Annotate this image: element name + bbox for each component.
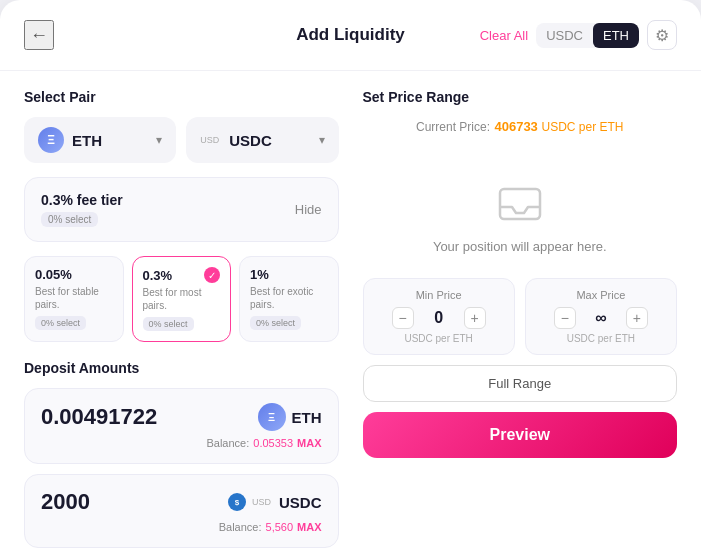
eth-icon-small: Ξ	[258, 403, 286, 431]
usdc-balance-value: 5,560	[266, 521, 294, 533]
fee-option-005[interactable]: 0.05% Best for stable pairs. 0% select	[24, 256, 124, 342]
eth-balance-row: Balance: 0.05353 MAX	[41, 437, 322, 449]
left-column: Select Pair Ξ ETH ▾ USD USDC ▾	[24, 89, 339, 550]
right-column: Set Price Range Current Price: 406733 US…	[363, 89, 678, 550]
usdc-icon-small: $	[228, 493, 246, 511]
eth-deposit-box: 0.00491722 Ξ ETH Balance: 0.05353 MAX	[24, 388, 339, 464]
min-price-controls: − 0 +	[376, 307, 502, 329]
max-price-controls: − ∞ +	[538, 307, 664, 329]
max-price-decrease-button[interactable]: −	[554, 307, 576, 329]
eth-icon: Ξ	[38, 127, 64, 153]
token-pill: USDC ETH	[536, 23, 639, 48]
eth-token-select[interactable]: Ξ ETH ▾	[24, 117, 176, 163]
min-price-unit: USDC per ETH	[376, 333, 502, 344]
fee-pct-005: 0.05%	[35, 267, 72, 282]
fee-desc-03: Best for most pairs.	[143, 286, 221, 312]
min-price-decrease-button[interactable]: −	[392, 307, 414, 329]
page-title: Add Liquidity	[296, 25, 405, 45]
fee-option-1[interactable]: 1% Best for exotic pairs. 0% select	[239, 256, 339, 342]
current-price-row: Current Price: 406733 USDC per ETH	[363, 117, 678, 135]
eth-label: ETH	[72, 132, 148, 149]
max-price-increase-button[interactable]: +	[626, 307, 648, 329]
min-price-value: 0	[424, 309, 454, 327]
usdc-label: USDC	[229, 132, 310, 149]
hide-button[interactable]: Hide	[295, 202, 322, 217]
position-placeholder-text: Your position will appear here.	[433, 239, 607, 254]
min-price-box: Min Price − 0 + USDC per ETH	[363, 278, 515, 355]
usdc-token-select[interactable]: USD USDC ▾	[186, 117, 338, 163]
fee-select-badge-1: 0% select	[250, 316, 301, 330]
fee-tier-info: 0.3% fee tier 0% select	[41, 192, 123, 227]
fee-desc-005: Best for stable pairs.	[35, 285, 113, 311]
max-price-unit: USDC per ETH	[538, 333, 664, 344]
price-inputs-row: Min Price − 0 + USDC per ETH Max Price −…	[363, 278, 678, 355]
inbox-icon	[494, 175, 546, 227]
usdc-balance-row: Balance: 5,560 MAX	[41, 521, 322, 533]
fee-select-badge-03: 0% select	[143, 317, 194, 331]
fee-options: 0.05% Best for stable pairs. 0% select 0…	[24, 256, 339, 342]
fee-tier-box: 0.3% fee tier 0% select Hide	[24, 177, 339, 242]
fee-tier-badge: 0% select	[41, 212, 98, 227]
usdc-balance-label: Balance:	[219, 521, 262, 533]
fee-select-badge-005: 0% select	[35, 316, 86, 330]
current-price-value: 406733	[494, 119, 541, 134]
fee-option-1-header: 1%	[250, 267, 328, 282]
main-card: ← Add Liquidity Clear All USDC ETH ⚙ Sel…	[0, 0, 701, 550]
fee-option-03[interactable]: 0.3% ✓ Best for most pairs. 0% select	[132, 256, 232, 342]
chevron-down-icon: ▾	[156, 133, 162, 147]
usdc-input-row: 2000 $ USD USDC	[41, 489, 322, 515]
select-pair-title: Select Pair	[24, 89, 339, 105]
usdc-deposit-label: USDC	[279, 494, 322, 511]
max-price-box: Max Price − ∞ + USDC per ETH	[525, 278, 677, 355]
usdc-amount[interactable]: 2000	[41, 489, 228, 515]
max-price-label: Max Price	[538, 289, 664, 301]
main-layout: Select Pair Ξ ETH ▾ USD USDC ▾	[24, 89, 677, 550]
eth-deposit-label: ETH	[292, 409, 322, 426]
current-price-unit: USDC per ETH	[541, 120, 623, 134]
header: ← Add Liquidity Clear All USDC ETH ⚙	[24, 20, 677, 50]
full-range-button[interactable]: Full Range	[363, 365, 678, 402]
usdc-deposit-box: 2000 $ USD USDC Balance: 5,560 MAX	[24, 474, 339, 548]
max-price-value: ∞	[586, 309, 616, 327]
pair-row: Ξ ETH ▾ USD USDC ▾	[24, 117, 339, 163]
fee-option-005-header: 0.05%	[35, 267, 113, 282]
fee-pct-1: 1%	[250, 267, 269, 282]
eth-token-right: Ξ ETH	[258, 403, 322, 431]
chevron-down-icon-2: ▾	[319, 133, 325, 147]
fee-tier-title: 0.3% fee tier	[41, 192, 123, 208]
usdc-prefix-sm: USD	[252, 497, 271, 507]
header-right: Clear All USDC ETH ⚙	[480, 20, 677, 50]
min-price-increase-button[interactable]: +	[464, 307, 486, 329]
price-range-title: Set Price Range	[363, 89, 678, 105]
usdc-token-right: $ USD USDC	[228, 493, 322, 511]
eth-amount[interactable]: 0.00491722	[41, 404, 258, 430]
gear-icon: ⚙	[655, 26, 669, 45]
svg-rect-0	[500, 189, 540, 219]
fee-desc-1: Best for exotic pairs.	[250, 285, 328, 311]
settings-button[interactable]: ⚙	[647, 20, 677, 50]
eth-input-row: 0.00491722 Ξ ETH	[41, 403, 322, 431]
eth-max-button[interactable]: MAX	[297, 437, 321, 449]
preview-button[interactable]: Preview	[363, 412, 678, 458]
usdc-max-button[interactable]: MAX	[297, 521, 321, 533]
position-placeholder: Your position will appear here.	[363, 155, 678, 278]
clear-all-button[interactable]: Clear All	[480, 28, 528, 43]
fee-check-icon: ✓	[204, 267, 220, 283]
back-button[interactable]: ←	[24, 20, 54, 50]
eth-balance-value: 0.05353	[253, 437, 293, 449]
usdc-prefix: USD	[200, 135, 219, 145]
min-price-label: Min Price	[376, 289, 502, 301]
fee-option-03-header: 0.3% ✓	[143, 267, 221, 283]
deposit-title: Deposit Amounts	[24, 360, 339, 376]
fee-pct-03: 0.3%	[143, 268, 173, 283]
token-pill-usdc[interactable]: USDC	[536, 23, 593, 48]
token-pill-eth[interactable]: ETH	[593, 23, 639, 48]
eth-balance-label: Balance:	[206, 437, 249, 449]
current-price-label: Current Price:	[416, 120, 490, 134]
